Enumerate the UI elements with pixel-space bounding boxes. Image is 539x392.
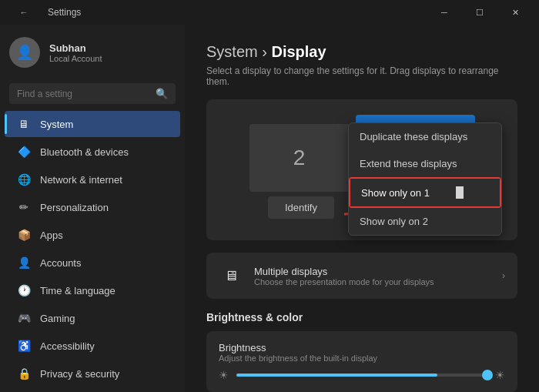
titlebar-title: Settings (48, 7, 81, 18)
search-box[interactable]: 🔍 (9, 83, 176, 104)
system-icon: 🖥 (17, 117, 31, 131)
app-body: 👤 Subhan Local Account 🔍 🖥 System 🔷 Blue… (0, 25, 539, 392)
network-icon: 🌐 (17, 173, 31, 186)
brightness-title: Brightness (219, 342, 505, 353)
brightness-low-icon: ☀ (219, 369, 229, 381)
sidebar-item-network[interactable]: 🌐 Network & internet (5, 166, 180, 193)
sidebar-item-label: Personalization (40, 202, 109, 213)
sidebar-item-windows-update[interactable]: 🔄 Windows Update (5, 388, 180, 392)
content-area: System › Display Select a display to cha… (185, 25, 539, 392)
sidebar-item-label: Accessibility (40, 340, 95, 352)
privacy-icon: 🔒 (17, 367, 31, 380)
monitor-2[interactable]: 2 (249, 124, 350, 192)
multiple-displays-text: Multiple displays Choose the presentatio… (254, 266, 491, 286)
sidebar-item-personalization[interactable]: ✏ Personalization (5, 194, 180, 220)
sidebar-item-gaming[interactable]: 🎮 Gaming (5, 305, 180, 331)
sidebar-item-accounts[interactable]: 👤 Accounts (5, 250, 180, 276)
dropdown-item-show1[interactable]: Show only on 1 (350, 179, 500, 206)
display-preview-area: 2 1 Duplicate these displays Extend thes… (206, 99, 517, 240)
dropdown-item-duplicate[interactable]: Duplicate these displays (349, 123, 501, 150)
user-name: Subhan (49, 42, 102, 54)
sidebar-item-label: Time & language (40, 285, 116, 297)
monitor-2-label: 2 (293, 146, 306, 170)
sidebar-item-label: Bluetooth & devices (40, 146, 129, 158)
search-icon: 🔍 (156, 88, 168, 99)
display-dropdown: Duplicate these displays Extend these di… (348, 122, 502, 236)
sidebar-item-bluetooth[interactable]: 🔷 Bluetooth & devices (5, 139, 180, 165)
dropdown-highlight-group: Show only on 1 (349, 177, 501, 208)
chevron-right-icon: › (502, 270, 505, 281)
brightness-slider-row: ☀ ☀ (219, 369, 505, 381)
multiple-displays-subtitle: Choose the presentation mode for your di… (254, 277, 491, 286)
sidebar-item-label: Privacy & security (40, 368, 119, 380)
brightness-card: Brightness Adjust the brightness of the … (206, 331, 517, 392)
dropdown-item-show2[interactable]: Show only on 2 (349, 208, 501, 235)
titlebar: ← Settings ─ ☐ ✕ (0, 0, 539, 25)
sidebar-item-label: Network & internet (40, 174, 122, 186)
sidebar: 👤 Subhan Local Account 🔍 🖥 System 🔷 Blue… (0, 25, 185, 392)
identify-button[interactable]: Identify (268, 196, 334, 219)
breadcrumb-parent: System (206, 43, 258, 60)
sidebar-item-accessibility[interactable]: ♿ Accessibility (5, 333, 180, 359)
cursor-indicator (456, 186, 464, 199)
breadcrumb: System › Display (206, 43, 517, 61)
multiple-displays-icon: 🖥 (219, 263, 243, 288)
close-button[interactable]: ✕ (497, 0, 533, 25)
breadcrumb-current: Display (271, 43, 326, 60)
personalization-icon: ✏ (17, 200, 31, 214)
gaming-icon: 🎮 (17, 311, 31, 325)
multiple-displays-card[interactable]: 🖥 Multiple displays Choose the presentat… (206, 253, 517, 299)
time-icon: 🕐 (17, 283, 31, 297)
bluetooth-icon: 🔷 (17, 145, 31, 159)
dropdown-item-extend[interactable]: Extend these displays (349, 150, 501, 177)
titlebar-controls: ─ ☐ ✕ (427, 0, 533, 25)
dropdown-show1-label: Show only on 1 (361, 187, 430, 199)
avatar: 👤 (9, 37, 40, 68)
titlebar-left: ← Settings (6, 0, 81, 25)
sidebar-item-label: Apps (40, 230, 63, 241)
sidebar-item-label: Accounts (40, 257, 81, 269)
minimize-button[interactable]: ─ (427, 0, 462, 25)
monitor-row: 2 1 Duplicate these displays Extend thes… (222, 115, 502, 192)
sidebar-item-system[interactable]: 🖥 System (5, 111, 180, 137)
sidebar-item-apps[interactable]: 📦 Apps (5, 222, 180, 248)
apps-icon: 📦 (17, 228, 31, 242)
maximize-button[interactable]: ☐ (462, 0, 497, 25)
brightness-slider-track (236, 374, 487, 377)
accounts-icon: 👤 (17, 256, 31, 270)
back-button[interactable]: ← (6, 0, 42, 25)
brightness-subtitle: Adjust the brightness of the built-in di… (219, 353, 505, 363)
user-info: Subhan Local Account (49, 42, 102, 63)
sidebar-item-time[interactable]: 🕐 Time & language (5, 277, 180, 303)
brightness-high-icon: ☀ (495, 369, 505, 381)
breadcrumb-separator: › (262, 43, 271, 60)
user-profile[interactable]: 👤 Subhan Local Account (0, 25, 185, 80)
page-subtitle: Select a display to change the settings … (206, 65, 517, 87)
accessibility-icon: ♿ (17, 339, 31, 353)
sidebar-item-label: System (40, 119, 73, 130)
brightness-section: Brightness & color Brightness Adjust the… (206, 311, 517, 392)
multiple-displays-title: Multiple displays (254, 266, 491, 277)
brightness-slider-fill (236, 374, 437, 377)
brightness-section-title: Brightness & color (206, 311, 517, 323)
search-input[interactable] (17, 89, 149, 99)
brightness-slider-thumb[interactable] (482, 370, 493, 380)
user-type: Local Account (49, 54, 102, 63)
sidebar-item-label: Gaming (40, 313, 75, 324)
sidebar-item-privacy[interactable]: 🔒 Privacy & security (5, 360, 180, 387)
